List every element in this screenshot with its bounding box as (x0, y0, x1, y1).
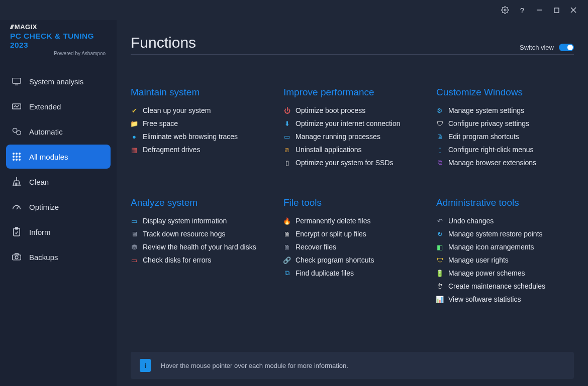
sidebar-item-clean[interactable]: Clean (6, 170, 111, 194)
module-display-system-information[interactable]: ▭Display system information (131, 214, 268, 227)
info-icon: i (140, 359, 151, 372)
group-title: Improve performance (283, 87, 421, 98)
module-manage-power-schemes[interactable]: 🔋Manage power schemes (436, 267, 574, 280)
module-find-duplicate-files[interactable]: ⧉Find duplicate files (283, 267, 421, 280)
module-view-software-statistics[interactable]: 📊View software statistics (436, 293, 574, 306)
module-configure-privacy-settings[interactable]: 🛡Configure privacy settings (436, 117, 574, 130)
module-label: Clean up your system (143, 106, 211, 114)
module-label: Manage power schemes (448, 269, 525, 277)
maximize-button[interactable] (548, 3, 565, 18)
module-configure-right-click-menus[interactable]: ▯Configure right-click menus (436, 143, 574, 156)
svg-line-23 (17, 206, 19, 209)
module-review-the-health-of-your-hard-disks[interactable]: ⛃Review the health of your hard disks (131, 240, 268, 253)
svg-point-27 (15, 256, 18, 259)
module-edit-program-shortcuts[interactable]: 🗎Edit program shortcuts (436, 130, 574, 143)
module-label: Permanently delete files (296, 217, 370, 225)
check-program-shortcuts-icon: 🔗 (283, 256, 290, 264)
svg-point-18 (19, 159, 21, 161)
module-manage-running-processes[interactable]: ▭Manage running processes (283, 130, 421, 143)
module-recover-files[interactable]: 🗎Recover files (283, 240, 421, 253)
module-label: Encrypt or split up files (296, 230, 366, 238)
sidebar-item-label: Extended (29, 102, 61, 111)
review-the-health-of-your-hard-disks-icon: ⛃ (131, 243, 138, 250)
module-undo-changes[interactable]: ↶Undo changes (436, 214, 574, 227)
minimize-button[interactable] (531, 3, 548, 18)
module-optimize-boot-process[interactable]: ⏻Optimize boot process (283, 104, 421, 117)
module-encrypt-or-split-up-files[interactable]: 🗎Encrypt or split up files (283, 227, 421, 240)
module-manage-user-rights[interactable]: 🛡Manage user rights (436, 253, 574, 267)
module-manage-system-restore-points[interactable]: ↻Manage system restore points (436, 227, 574, 240)
module-label: Configure right-click menus (448, 146, 534, 154)
svg-point-14 (16, 156, 18, 158)
settings-button[interactable] (497, 3, 514, 18)
group-title: Analyze system (131, 197, 268, 208)
svg-rect-25 (15, 227, 18, 229)
nav: System analysis Extended Automatic All m… (0, 65, 117, 269)
module-optimize-your-system-for-ssds[interactable]: ▯Optimize your system for SSDs (283, 156, 421, 169)
module-label: Find duplicate files (296, 269, 354, 277)
svg-point-16 (13, 159, 15, 161)
module-manage-browser-extensions[interactable]: ⧉Manage browser extensions (436, 156, 574, 169)
module-clean-up-your-system[interactable]: ✔Clean up your system (131, 104, 268, 117)
sidebar-item-automatic[interactable]: Automatic (6, 119, 111, 144)
permanently-delete-files-icon: 🔥 (283, 217, 290, 224)
main-content: Functions Switch view Maintain system✔Cl… (117, 20, 588, 386)
module-defragment-drives[interactable]: ▦Defragment drives (131, 143, 268, 156)
module-label: Manage system restore points (448, 230, 543, 238)
manage-browser-extensions-icon: ⧉ (436, 159, 443, 166)
sidebar-item-backups[interactable]: Backups (6, 245, 111, 269)
sidebar-item-optimize[interactable]: Optimize (6, 195, 111, 219)
brand-title: PC CHECK & TUNING 2023 (10, 32, 107, 50)
check-disks-for-errors-icon: ▭ (131, 256, 138, 264)
switch-view-toggle[interactable] (559, 44, 574, 51)
manage-system-settings-icon: ⚙ (436, 107, 443, 114)
module-label: Manage user rights (448, 256, 509, 264)
module-check-program-shortcuts[interactable]: 🔗Check program shortcuts (283, 253, 421, 267)
module-manage-icon-arrangements[interactable]: ◧Manage icon arrangements (436, 240, 574, 253)
sidebar-item-label: All modules (29, 153, 68, 161)
module-permanently-delete-files[interactable]: 🔥Permanently delete files (283, 214, 421, 227)
help-button[interactable]: ? (514, 3, 531, 18)
module-manage-system-settings[interactable]: ⚙Manage system settings (436, 104, 574, 117)
module-track-down-resource-hogs[interactable]: 🖥Track down resource hogs (131, 227, 268, 240)
optimize-your-system-for-ssds-icon: ▯ (283, 159, 290, 166)
hint-text: Hover the mouse pointer over each module… (161, 362, 348, 369)
module-label: View software statistics (448, 295, 521, 303)
module-label: Manage running processes (296, 133, 380, 141)
module-label: Review the health of your hard disks (143, 243, 256, 251)
svg-point-15 (19, 156, 21, 158)
brand-magix: /// MAGIX (10, 23, 107, 31)
sidebar-item-label: Backups (29, 253, 58, 262)
view-software-statistics-icon: 📊 (436, 296, 443, 303)
module-label: Check program shortcuts (296, 256, 374, 264)
help-icon: ? (520, 6, 524, 15)
group-title: Customize Windows (436, 87, 574, 98)
module-uninstall-applications[interactable]: ⎚Uninstall applications (283, 143, 421, 156)
sidebar-item-all-modules[interactable]: All modules (6, 145, 111, 169)
svg-point-12 (19, 153, 21, 155)
module-optimize-your-internet-connection[interactable]: ⬇Optimize your internet connection (283, 117, 421, 130)
module-label: Free space (143, 119, 178, 127)
monitor-icon (11, 77, 22, 85)
sidebar-item-inform[interactable]: Inform (6, 220, 111, 244)
svg-point-8 (13, 128, 17, 132)
module-check-disks-for-errors[interactable]: ▭Check disks for errors (131, 253, 268, 267)
configure-privacy-settings-icon: 🛡 (436, 120, 443, 127)
sidebar-item-system-analysis[interactable]: System analysis (6, 69, 111, 93)
free-space-icon: 📁 (131, 120, 138, 127)
defragment-drives-icon: ▦ (131, 146, 138, 153)
sidebar-item-extended[interactable]: Extended (6, 94, 111, 118)
module-create-maintenance-schedules[interactable]: ⏱Create maintenance schedules (436, 280, 574, 293)
module-free-space[interactable]: 📁Free space (131, 117, 268, 130)
close-button[interactable] (565, 3, 582, 18)
display-system-information-icon: ▭ (131, 217, 138, 224)
module-group-file-tools: File tools🔥Permanently delete files🗎Encr… (283, 197, 421, 306)
sidebar: /// MAGIX PC CHECK & TUNING 2023 Powered… (0, 20, 117, 386)
svg-point-11 (16, 153, 18, 155)
svg-point-17 (16, 159, 18, 161)
module-label: Edit program shortcuts (448, 133, 519, 141)
module-label: Recover files (296, 243, 336, 251)
module-label: Undo changes (448, 217, 494, 225)
track-down-resource-hogs-icon: 🖥 (131, 230, 138, 237)
module-eliminate-web-browsing-traces[interactable]: ●Eliminate web browsing traces (131, 130, 268, 143)
